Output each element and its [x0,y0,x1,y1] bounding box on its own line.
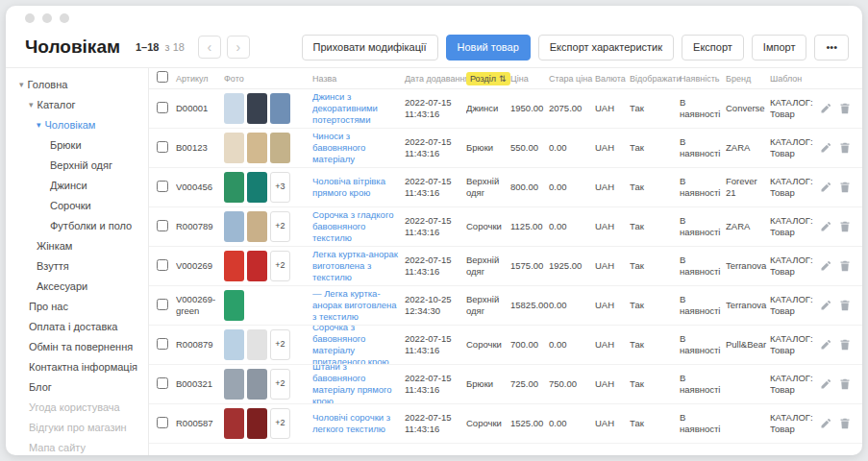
sidebar-item-7[interactable]: Футболки и поло [6,215,148,235]
product-photos[interactable]: +2 [224,329,312,360]
edit-icon[interactable] [820,103,831,114]
sidebar-item-14[interactable]: Контактна інформація [6,356,148,376]
product-name-link[interactable]: — Легка куртка-анорак виготовлена з текс… [312,288,401,323]
product-price: 550.00 [510,142,549,154]
row-checkbox[interactable] [157,259,168,271]
delete-icon[interactable] [839,182,851,193]
product-photos[interactable]: +2 [224,369,312,400]
export-button[interactable]: Експорт [682,35,744,61]
delete-icon[interactable] [839,142,851,154]
edit-icon[interactable] [820,300,831,311]
delete-icon[interactable] [839,300,851,311]
column-header-6[interactable]: Стара ціна [549,74,595,84]
product-photos[interactable]: +2 [224,251,312,281]
product-photos[interactable] [224,93,312,124]
sidebar-item-1[interactable]: ▾Каталог [6,94,148,114]
product-name-link[interactable]: Сорочка з бавовняного матеріалу притален… [312,326,401,365]
sidebar-item-13[interactable]: Обмін та повернення [6,336,148,356]
sidebar-item-11[interactable]: Про нас [6,296,148,316]
product-name-link[interactable]: Чоловічі сорочки з легкого текстилю [312,412,401,435]
column-header-5[interactable]: Ціна [510,74,549,84]
product-photos[interactable] [224,290,312,321]
more-photos-badge[interactable]: +2 [270,329,290,360]
sidebar-item-18[interactable]: Мапа сайту [6,437,148,455]
sidebar-item-12[interactable]: Оплата і доставка [6,316,148,336]
product-photos[interactable]: +2 [224,408,312,439]
export-characteristics-button[interactable]: Експорт характеристик [538,35,674,61]
window-maximize-button[interactable] [60,13,69,23]
row-checkbox[interactable] [157,338,168,350]
more-button[interactable]: ••• [814,35,849,61]
delete-icon[interactable] [839,103,851,114]
sidebar-item-6[interactable]: Сорочки [6,195,148,215]
time-value: 11:43:16 [405,345,462,356]
column-header-11[interactable]: Шаблон [770,74,820,84]
edit-icon[interactable] [820,418,831,429]
delete-icon[interactable] [839,418,851,429]
product-photos[interactable]: +3 [224,172,312,203]
row-checkbox[interactable] [157,181,168,192]
product-photos[interactable]: +2 [224,211,312,242]
edit-icon[interactable] [820,182,831,193]
row-checkbox[interactable] [157,417,168,428]
hide-modifications-button[interactable]: Приховати модифікації [302,35,438,61]
product-name-link[interactable]: Легка куртка-анорак виготовлена з тексти… [312,249,401,283]
row-actions [820,378,855,390]
column-header-7[interactable]: Валюта [595,74,630,84]
edit-icon[interactable] [820,260,831,272]
column-header-3[interactable]: Дата додавання [405,74,466,84]
window-close-button[interactable] [25,13,35,23]
sidebar-item-3[interactable]: Брюки [6,134,148,155]
row-checkbox[interactable] [157,377,168,389]
edit-icon[interactable] [820,142,831,154]
column-header-2[interactable]: Назва [312,74,405,84]
more-photos-badge[interactable]: +2 [270,369,290,400]
delete-icon[interactable] [839,260,851,272]
product-name-link[interactable]: Джинси з декоративними потертостями [312,91,401,126]
sidebar-item-16[interactable]: Угода користувача [6,397,148,417]
more-photos-badge[interactable]: +2 [270,251,290,281]
sidebar-item-15[interactable]: Блог [6,376,148,397]
delete-icon[interactable] [839,378,851,390]
more-photos-badge[interactable]: +3 [270,172,290,203]
product-photos[interactable] [224,133,312,163]
column-header-1[interactable]: Фото [224,74,312,84]
page-title: Чоловікам [25,36,120,58]
sidebar-item-10[interactable]: Аксесуари [6,276,148,296]
prev-page-button[interactable]: ‹ [198,36,221,59]
sidebar-item-4[interactable]: Верхній одяг [6,155,148,175]
product-name-link[interactable]: Чиноси з бавовняного матеріалу [312,131,401,165]
import-button[interactable]: Імпорт [752,35,807,61]
row-checkbox[interactable] [157,220,168,231]
delete-icon[interactable] [839,339,851,351]
product-name-link[interactable]: Чоловіча вітрівка прямого крою [312,176,401,199]
sidebar-item-0[interactable]: ▾Головна [6,74,148,94]
row-checkbox[interactable] [157,299,168,310]
column-header-10[interactable]: Бренд [726,74,770,84]
time-value: 11:43:16 [405,227,462,238]
edit-icon[interactable] [820,339,831,351]
product-thumbnail [224,211,244,242]
sidebar-item-17[interactable]: Відгуки про магазин [6,417,148,437]
more-photos-badge[interactable]: +2 [270,408,290,439]
next-page-button[interactable]: › [227,36,250,59]
sidebar-item-8[interactable]: Жінкам [6,235,148,255]
select-all-checkbox[interactable] [157,71,168,83]
product-name-link[interactable]: Сорочка з гладкого бавовняного текстилю [312,209,401,244]
row-checkbox[interactable] [157,141,168,153]
column-header-8[interactable]: Відображати [630,74,680,84]
new-product-button[interactable]: Новий товар [446,35,531,61]
edit-icon[interactable] [820,221,831,232]
more-photos-badge[interactable]: +2 [270,211,290,242]
sidebar-item-9[interactable]: Взуття [6,255,148,276]
column-header-0[interactable]: Артикул [176,74,224,84]
row-checkbox[interactable] [157,102,168,113]
column-header-9[interactable]: Наявність [680,74,726,84]
edit-icon[interactable] [820,378,831,390]
sidebar-item-5[interactable]: Джинси [6,175,148,195]
product-name-link[interactable]: Штани з бавовняного матеріалу прямого кр… [312,365,401,404]
column-header-4[interactable]: Розділ⇅ [466,72,510,85]
sidebar-item-2[interactable]: ▾Чоловікам [6,114,148,134]
delete-icon[interactable] [839,221,851,232]
window-minimize-button[interactable] [42,13,52,23]
